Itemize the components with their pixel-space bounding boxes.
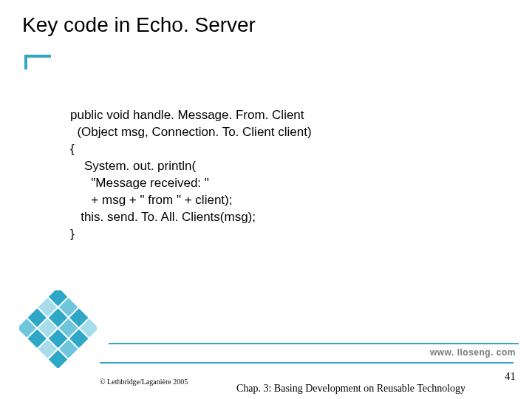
code-line: + msg + " from " + client); xyxy=(70,193,232,207)
accent-bar-horizontal xyxy=(24,55,51,58)
divider-bottom xyxy=(100,362,514,364)
divider-top xyxy=(109,343,519,344)
corner-decor-icon xyxy=(19,290,97,368)
slide-title: Key code in Echo. Server xyxy=(22,13,256,37)
footer-copyright: © Lethbridge/Laganière 2005 xyxy=(100,378,188,386)
code-line: } xyxy=(70,227,75,241)
code-line: "Message received: " xyxy=(70,176,209,190)
code-line: { xyxy=(70,142,75,156)
code-line: System. out. println( xyxy=(70,159,196,173)
code-line: public void handle. Message. From. Clien… xyxy=(70,108,304,122)
footer-url: www. lloseng. com xyxy=(430,347,516,358)
footer-chapter: Chap. 3: Basing Development on Reusable … xyxy=(233,383,469,395)
code-line: (Object msg, Connection. To. Client clie… xyxy=(70,125,312,139)
code-line: this. send. To. All. Clients(msg); xyxy=(70,210,256,224)
code-block: public void handle. Message. From. Clien… xyxy=(70,107,312,243)
accent-bar-vertical xyxy=(24,55,27,69)
page-number: 41 xyxy=(505,370,516,383)
